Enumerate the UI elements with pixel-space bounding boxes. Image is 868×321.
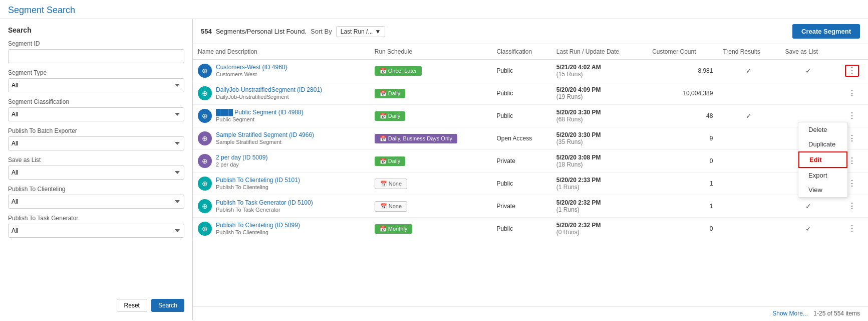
trend-cell — [718, 82, 780, 105]
schedule-badge: 📅 Daily — [375, 111, 406, 121]
segment-name-link[interactable]: Publish To Clienteling (ID 5101) — [216, 177, 300, 184]
schedule-badge: 📅 Daily — [375, 89, 406, 98]
segment-name-link[interactable]: ████ Public Segment (ID 4988) — [216, 109, 304, 116]
items-info: 1-25 of 554 items — [813, 310, 860, 317]
customer-count-cell: 9 — [647, 127, 718, 150]
actions-cell: ⋮ — [836, 218, 868, 240]
table-row: ⊕ ████ Public Segment (ID 4988) Public S… — [193, 105, 868, 127]
save-list-cell — [780, 82, 836, 105]
table-row: ⊕ Publish To Clienteling (ID 5099) Publi… — [193, 218, 868, 240]
segment-name-link[interactable]: Publish To Clienteling (ID 5099) — [216, 222, 300, 229]
sidebar: Search Segment ID Segment Type All Segme… — [0, 19, 193, 320]
schedule-cell: 📅 Daily, Business Days Only — [370, 127, 492, 150]
trend-cell: ✓ — [718, 60, 780, 82]
segment-id-label: Segment ID — [8, 40, 184, 47]
last-run-cell: 5/20/20 2:32 PM (0 Runs) — [551, 218, 647, 240]
publish-clienteling-select[interactable]: All — [8, 195, 184, 209]
schedule-badge: 📅 Daily, Business Days Only — [375, 134, 457, 143]
save-list-cell: ✓ — [780, 218, 836, 240]
last-run-cell: 5/20/20 2:32 PM (1 Runs) — [551, 195, 647, 218]
segment-type-select[interactable]: All — [8, 78, 184, 92]
row-menu-button[interactable]: ⋮ — [846, 88, 858, 98]
classification-cell: Private — [491, 195, 551, 218]
search-button[interactable]: Search — [151, 299, 184, 312]
trend-cell: ✓ — [718, 105, 780, 127]
sort-by-label: Sort By — [311, 28, 332, 35]
table-row: ⊕ Customers-West (ID 4960) Customers-Wes… — [193, 60, 868, 82]
customer-count-cell: 48 — [647, 105, 718, 127]
classification-cell: Public — [491, 105, 551, 127]
content-header: 554 Segments/Personal List Found. Sort B… — [193, 19, 868, 44]
show-more-link[interactable]: Show More... — [772, 310, 808, 317]
col-customer-count: Customer Count — [647, 44, 718, 60]
customer-count-cell: 0 — [647, 218, 718, 240]
col-schedule: Run Schedule — [370, 44, 492, 60]
col-actions — [836, 44, 868, 60]
name-cell: ⊕ Customers-West (ID 4960) Customers-Wes… — [193, 60, 370, 82]
publish-task-select[interactable]: All — [8, 224, 184, 238]
segment-name-text: Publish To Clienteling (ID 5101) Publish… — [216, 177, 300, 191]
publish-batch-select[interactable]: All — [8, 136, 184, 150]
row-menu-button[interactable]: ⋮ — [846, 201, 858, 211]
segments-table: Name and Description Run Schedule Classi… — [193, 44, 868, 240]
sort-value: Last Run /... — [341, 28, 373, 35]
publish-clienteling-label: Publish To Clienteling — [8, 186, 184, 193]
sort-dropdown[interactable]: Last Run /... ▼ — [336, 26, 386, 37]
reset-button[interactable]: Reset — [117, 299, 147, 312]
context-menu-edit[interactable]: Edit — [798, 151, 847, 168]
row-menu-button[interactable]: ⋮ — [845, 65, 859, 77]
customer-count-cell: 1 — [647, 173, 718, 195]
trend-cell — [718, 218, 780, 240]
segment-id-input[interactable] — [8, 49, 184, 63]
table-row: ⊕ Publish To Clienteling (ID 5101) Publi… — [193, 173, 868, 195]
customer-count-cell: 0 — [647, 150, 718, 173]
segment-name-link[interactable]: Publish To Task Generator (ID 5100) — [216, 199, 313, 206]
last-run-cell: 5/20/20 2:33 PM (1 Runs) — [551, 173, 647, 195]
segment-classification-group: Segment Classification All — [8, 98, 184, 121]
segment-name-link[interactable]: 2 per day (ID 5009) — [216, 154, 267, 161]
trend-check: ✓ — [746, 112, 752, 120]
row-menu-button[interactable]: ⋮ — [846, 111, 858, 121]
classification-cell: Public — [491, 60, 551, 82]
name-cell: ⊕ Publish To Clienteling (ID 5099) Publi… — [193, 218, 370, 240]
segment-icon: ⊕ — [198, 177, 212, 191]
schedule-cell: 📅 Monthly — [370, 218, 492, 240]
actions-cell: ⋮ — [836, 195, 868, 218]
content-area: 554 Segments/Personal List Found. Sort B… — [193, 19, 868, 320]
context-menu-delete[interactable]: Delete — [798, 122, 847, 137]
segment-name-text: ████ Public Segment (ID 4988) Public Seg… — [216, 109, 304, 123]
segment-name-link[interactable]: DailyJob-UnstratifiedSegment (ID 2801) — [216, 86, 322, 93]
save-list-check: ✓ — [805, 67, 811, 75]
table-row: ⊕ DailyJob-UnstratifiedSegment (ID 2801)… — [193, 82, 868, 105]
name-cell: ⊕ Publish To Clienteling (ID 5101) Publi… — [193, 173, 370, 195]
segment-icon: ⊕ — [198, 154, 212, 168]
context-menu-duplicate[interactable]: Duplicate — [798, 137, 847, 151]
classification-cell: Private — [491, 150, 551, 173]
schedule-cell: 📅 Once, Later — [370, 60, 492, 82]
classification-cell: Public — [491, 218, 551, 240]
segment-name-text: Customers-West (ID 4960) Customers-West — [216, 64, 287, 78]
col-trend: Trend Results — [718, 44, 780, 60]
schedule-cell: 📅 None — [370, 173, 492, 195]
segment-classification-select[interactable]: All — [8, 107, 184, 121]
segment-icon: ⊕ — [198, 199, 212, 213]
segment-name-link[interactable]: Sample Stratified Segment (ID 4966) — [216, 131, 314, 138]
save-list-cell: ✓ — [780, 60, 836, 82]
schedule-cell: 📅 Daily — [370, 82, 492, 105]
create-segment-button[interactable]: Create Segment — [792, 24, 860, 39]
context-menu-view[interactable]: View — [798, 183, 847, 197]
table-container: Name and Description Run Schedule Classi… — [193, 44, 868, 306]
name-cell: ⊕ ████ Public Segment (ID 4988) Public S… — [193, 105, 370, 127]
save-as-list-select[interactable]: All — [8, 166, 184, 180]
context-menu-export[interactable]: Export — [798, 168, 847, 183]
save-list-check: ✓ — [805, 225, 811, 233]
segment-name-link[interactable]: Customers-West (ID 4960) — [216, 64, 287, 71]
customer-count-cell: 10,004,389 — [647, 82, 718, 105]
col-name: Name and Description — [193, 44, 370, 60]
table-row: ⊕ Publish To Task Generator (ID 5100) Pu… — [193, 195, 868, 218]
trend-cell — [718, 173, 780, 195]
row-menu-button[interactable]: ⋮ — [846, 224, 858, 234]
classification-cell: Public — [491, 82, 551, 105]
segment-type-label: Segment Type — [8, 69, 184, 76]
classification-cell: Public — [491, 173, 551, 195]
